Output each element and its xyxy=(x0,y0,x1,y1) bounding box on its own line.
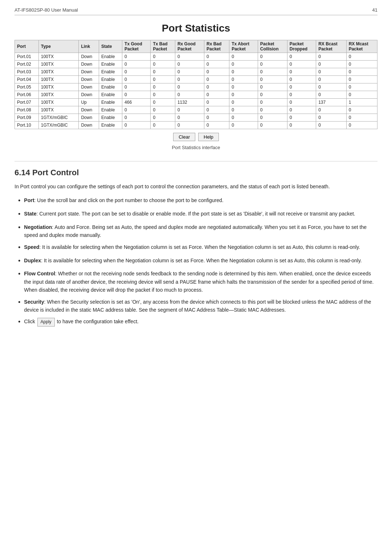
table-cell: 100TX xyxy=(38,68,79,76)
table-cell: 0 xyxy=(122,83,151,91)
table-cell: 0 xyxy=(229,68,258,76)
table-cell: Enable xyxy=(99,68,122,76)
list-item: Port: Use the scroll bar and click on th… xyxy=(18,196,377,206)
table-cell: Port.08 xyxy=(15,106,39,114)
bullet-text: : It is available for selecting when the… xyxy=(41,258,362,263)
table-cell: 0 xyxy=(287,53,316,61)
table-cell: 0 xyxy=(346,106,377,114)
table-cell: 0 xyxy=(151,114,175,122)
table-cell: 0 xyxy=(346,83,377,91)
table-cell: 0 xyxy=(151,83,175,91)
bullet-text: : Use the scroll bar and click on the po… xyxy=(34,197,223,203)
table-cell: 100TX xyxy=(38,99,79,106)
col-type: Type xyxy=(38,40,79,53)
section-divider xyxy=(15,161,377,161)
table-cell: 0 xyxy=(175,114,204,122)
table-cell: Up xyxy=(79,99,99,106)
table-cell: 0 xyxy=(316,91,347,99)
table-row: Port.101GTX/mGBICDownEnable000000000 xyxy=(15,122,377,129)
stats-button-row: Clear Help xyxy=(15,133,377,141)
table-cell: Port.07 xyxy=(15,99,39,106)
table-cell: 0 xyxy=(122,91,151,99)
bullet-click-label: Click xyxy=(24,319,36,324)
table-cell: 0 xyxy=(258,53,287,61)
table-cell: Port.10 xyxy=(15,122,39,129)
table-cell: Port.04 xyxy=(15,76,39,83)
table-row: Port.05100TXDownEnable000000000 xyxy=(15,83,377,91)
bullet-label: Duplex xyxy=(24,258,41,263)
table-cell: 0 xyxy=(151,53,175,61)
table-cell: 0 xyxy=(122,122,151,129)
table-cell: 0 xyxy=(122,114,151,122)
col-dropped: PacketDropped xyxy=(287,40,316,53)
list-item: Speed: It is available for selecting whe… xyxy=(18,243,377,253)
table-cell: Enable xyxy=(99,76,122,83)
port-statistics-section: Port Statistics Port Type Link State Tx … xyxy=(15,22,377,150)
stats-table-wrapper: Port Type Link State Tx GoodPacket Tx Ba… xyxy=(15,40,377,129)
list-item: Flow Control: Whether or not the receivi… xyxy=(18,270,377,294)
clear-button[interactable]: Clear xyxy=(173,133,195,141)
list-item: Security: When the Security selection is… xyxy=(18,298,377,314)
table-cell: 100TX xyxy=(38,91,79,99)
table-cell: 0 xyxy=(175,61,204,68)
table-cell: 0 xyxy=(229,76,258,83)
table-cell: 0 xyxy=(204,53,229,61)
table-cell: 0 xyxy=(346,76,377,83)
table-cell: 100TX xyxy=(38,53,79,61)
bullet-click-text: to have the configuration take effect. xyxy=(56,319,139,324)
table-cell: 0 xyxy=(258,61,287,68)
port-control-list: Port: Use the scroll bar and click on th… xyxy=(15,196,377,327)
table-cell: 0 xyxy=(287,99,316,106)
table-cell: Enable xyxy=(99,114,122,122)
table-cell: 466 xyxy=(122,99,151,106)
table-cell: Down xyxy=(79,106,99,114)
table-cell: 1 xyxy=(346,99,377,106)
table-cell: 0 xyxy=(122,53,151,61)
table-cell: Port.03 xyxy=(15,68,39,76)
table-header-row: Port Type Link State Tx GoodPacket Tx Ba… xyxy=(15,40,377,53)
table-cell: 0 xyxy=(151,68,175,76)
table-cell: 0 xyxy=(204,106,229,114)
bullet-label: Flow Control xyxy=(24,271,55,276)
help-button[interactable]: Help xyxy=(198,133,219,141)
apply-button-inline[interactable]: Apply xyxy=(37,318,55,326)
stats-table: Port Type Link State Tx GoodPacket Tx Ba… xyxy=(15,40,377,129)
table-cell: 0 xyxy=(316,76,347,83)
col-state: State xyxy=(99,40,122,53)
table-cell: Port.09 xyxy=(15,114,39,122)
manual-title: AT-IFS802SP-80 User Manual xyxy=(15,7,78,13)
port-control-intro: In Port control you can configure the se… xyxy=(15,182,377,190)
table-cell: 0 xyxy=(175,68,204,76)
table-cell: Enable xyxy=(99,122,122,129)
table-cell: 0 xyxy=(346,68,377,76)
table-cell: 1GTX/mGBIC xyxy=(38,122,79,129)
table-cell: Down xyxy=(79,122,99,129)
col-rx-mcast: RX McastPacket xyxy=(346,40,377,53)
table-cell: 0 xyxy=(151,91,175,99)
table-cell: 0 xyxy=(229,99,258,106)
table-cell: 1132 xyxy=(175,99,204,106)
col-tx-good: Tx GoodPacket xyxy=(122,40,151,53)
table-cell: 0 xyxy=(204,91,229,99)
table-cell: 0 xyxy=(346,114,377,122)
table-cell: 0 xyxy=(346,53,377,61)
table-cell: 0 xyxy=(287,76,316,83)
table-cell: 0 xyxy=(346,91,377,99)
table-cell: Down xyxy=(79,76,99,83)
table-cell: 0 xyxy=(229,106,258,114)
table-cell: 0 xyxy=(316,122,347,129)
table-cell: 0 xyxy=(346,61,377,68)
table-cell: Down xyxy=(79,83,99,91)
table-cell: 0 xyxy=(175,76,204,83)
table-cell: 0 xyxy=(287,114,316,122)
table-cell: 0 xyxy=(229,61,258,68)
table-cell: 0 xyxy=(151,61,175,68)
bullet-label: Port xyxy=(24,197,34,203)
table-cell: 0 xyxy=(287,91,316,99)
table-cell: 100TX xyxy=(38,61,79,68)
bullet-label: State xyxy=(24,211,36,217)
bullet-label: Security xyxy=(24,299,44,305)
table-cell: 0 xyxy=(316,83,347,91)
table-cell: Down xyxy=(79,68,99,76)
table-row: Port.01100TXDownEnable000000000 xyxy=(15,53,377,61)
